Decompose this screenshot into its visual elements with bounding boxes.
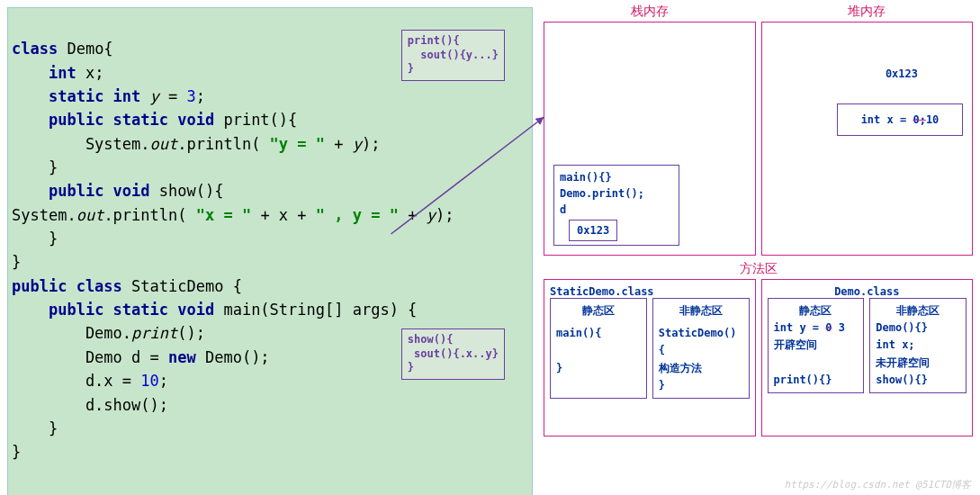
heap-header: 堆内存 bbox=[761, 4, 974, 20]
stack-addr: 0x123 bbox=[569, 220, 617, 241]
method-area-staticdemo: StaticDemo.class 静态区 main(){ } 非静态区 Stat… bbox=[544, 279, 756, 436]
watermark: https://blog.csdn.net @51CTO博客 bbox=[785, 478, 971, 491]
heap-address: 0x123 bbox=[886, 68, 918, 80]
annotation-print: print(){ sout(){y...}} bbox=[401, 30, 505, 81]
method-area-demo: Demo.class 静态区 int y = 0 3 开辟空间 print(){… bbox=[761, 279, 974, 436]
stack-memory-box: main(){} Demo.print(); d 0x123 bbox=[544, 22, 756, 256]
code-block: class Demo{ int x; static int y = 3; pub… bbox=[7, 7, 533, 495]
stack-header: 栈内存 bbox=[544, 4, 756, 20]
stack-frame-main: main(){} Demo.print(); d 0x123 bbox=[553, 165, 679, 246]
heap-object: int x = 0;10 bbox=[837, 104, 963, 136]
heap-memory-box: 0x123 int x = 0;10 bbox=[761, 22, 974, 256]
method-area-header: 方法区 bbox=[544, 261, 973, 277]
annotation-show: show(){ sout(){.x..y}} bbox=[401, 328, 505, 380]
